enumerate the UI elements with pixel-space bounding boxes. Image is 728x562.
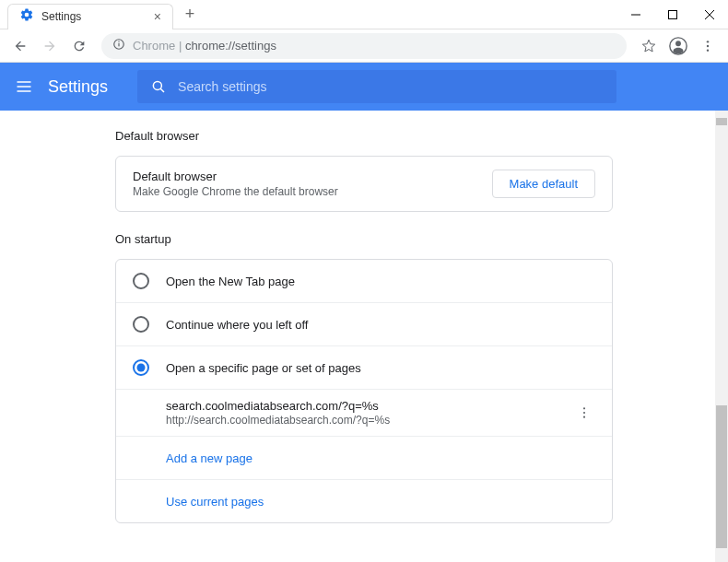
svg-point-12 — [707, 44, 709, 46]
forward-button[interactable] — [37, 33, 63, 59]
startup-page-entry: search.coolmediatabsearch.com/?q=%s http… — [116, 389, 612, 436]
scrollbar[interactable] — [715, 111, 728, 562]
svg-point-17 — [583, 412, 585, 414]
omnibox-text: Chrome | chrome://settings — [133, 39, 276, 53]
hamburger-menu-icon[interactable] — [15, 77, 33, 96]
svg-rect-7 — [118, 42, 119, 46]
tab-strip: Settings × + — [0, 0, 201, 29]
search-icon — [150, 78, 167, 95]
kebab-menu-icon[interactable] — [695, 33, 721, 59]
site-info-icon — [112, 38, 125, 54]
window-titlebar: Settings × + — [0, 0, 728, 29]
radio-icon — [133, 316, 149, 333]
default-browser-card: Default browser Make Google Chrome the d… — [115, 156, 613, 212]
svg-point-11 — [707, 41, 709, 42]
section-on-startup-label: On startup — [115, 232, 613, 246]
add-new-page-link[interactable]: Add a new page — [116, 436, 612, 479]
startup-page-title: search.coolmediatabsearch.com/?q=%s — [166, 399, 390, 413]
svg-point-13 — [707, 49, 709, 51]
svg-point-14 — [153, 81, 161, 89]
content-area: Default browser Default browser Make Goo… — [0, 111, 728, 562]
back-button[interactable] — [7, 33, 33, 59]
page-title: Settings — [48, 77, 108, 97]
startup-option-new-tab[interactable]: Open the New Tab page — [116, 260, 612, 302]
svg-point-18 — [583, 416, 585, 418]
close-icon[interactable]: × — [154, 9, 161, 24]
search-settings-input[interactable]: Search settings — [137, 70, 616, 103]
tab-title: Settings — [41, 10, 147, 23]
settings-gear-icon — [19, 7, 34, 26]
search-placeholder: Search settings — [178, 79, 267, 94]
svg-point-10 — [675, 41, 681, 46]
make-default-button[interactable]: Make default — [492, 170, 595, 198]
minimize-button[interactable] — [617, 0, 654, 29]
use-current-pages-link[interactable]: Use current pages — [116, 479, 612, 522]
window-controls — [617, 0, 728, 29]
svg-point-16 — [583, 407, 585, 409]
bookmark-star-icon[interactable] — [636, 33, 662, 59]
browser-toolbar: Chrome | chrome://settings — [0, 29, 728, 63]
page-entry-more-icon[interactable] — [573, 402, 595, 424]
on-startup-card: Open the New Tab page Continue where you… — [115, 259, 613, 523]
new-tab-button[interactable]: + — [179, 4, 201, 26]
default-browser-sub: Make Google Chrome the default browser — [133, 185, 338, 198]
reload-button[interactable] — [66, 33, 92, 59]
svg-line-15 — [160, 88, 164, 92]
svg-rect-8 — [118, 41, 119, 41]
maximize-button[interactable] — [654, 0, 691, 29]
startup-option-specific-page[interactable]: Open a specific page or set of pages — [116, 345, 612, 389]
scrollbar-thumb[interactable] — [716, 118, 727, 125]
advanced-toggle[interactable]: Advanced — [115, 544, 613, 562]
section-default-browser-label: Default browser — [115, 129, 613, 143]
profile-avatar-icon[interactable] — [665, 33, 691, 59]
browser-tab-settings[interactable]: Settings × — [7, 4, 173, 29]
scrollbar-thumb[interactable] — [716, 405, 727, 548]
radio-icon — [133, 273, 149, 289]
startup-page-url: http://search.coolmediatabsearch.com/?q=… — [166, 414, 390, 427]
address-bar[interactable]: Chrome | chrome://settings — [101, 33, 627, 59]
svg-rect-3 — [669, 10, 677, 18]
startup-option-continue[interactable]: Continue where you left off — [116, 302, 612, 345]
radio-checked-icon — [133, 359, 149, 376]
default-browser-title: Default browser — [133, 170, 338, 183]
settings-header: Settings Search settings — [0, 63, 728, 111]
close-window-button[interactable] — [691, 0, 728, 29]
